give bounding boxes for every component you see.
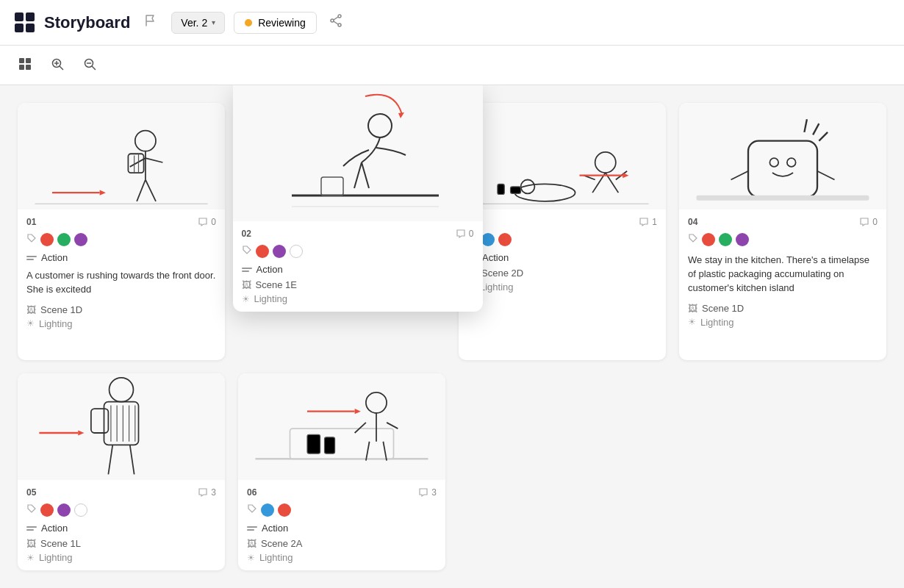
- svg-point-16: [135, 131, 156, 151]
- card-05[interactable]: 05 3 Action 🖼: [18, 373, 225, 570]
- app-title: Storyboard: [44, 13, 130, 32]
- card-01[interactable]: 01 0 Action A customer is rushing t: [18, 103, 225, 360]
- card-04-footer: 04 0 We stay in the kitchen. There's a t…: [679, 209, 886, 335]
- card-06[interactable]: 06 3 Action 🖼 Scene 2A: [238, 373, 445, 570]
- card-06-footer: 06 3 Action 🖼 Scene 2A: [238, 480, 445, 570]
- card-04-comments: 0: [859, 217, 878, 227]
- svg-marker-38: [623, 173, 628, 178]
- card-05-num: 05: [26, 487, 36, 498]
- card-03-lighting: Lighting: [480, 282, 514, 293]
- row2-col4-empty: [679, 373, 886, 570]
- card-01-action: Action: [41, 252, 68, 263]
- card-03-tags: [467, 233, 657, 246]
- toolbar: [0, 46, 904, 85]
- card-01-lighting-row: ☀ Lighting: [26, 318, 216, 329]
- svg-line-3: [334, 17, 338, 20]
- svg-point-42: [787, 158, 796, 167]
- card-02-footer: 02 0 Action 🖼 Scene 1E ☀: [233, 221, 483, 312]
- card-02-lighting-row: ☀ Lighting: [242, 293, 474, 304]
- card-04-scene-row: 🖼 Scene 1D: [688, 303, 878, 314]
- card-01-comments: 0: [198, 217, 216, 227]
- svg-point-41: [770, 158, 778, 167]
- card-05-action-row: Action: [26, 523, 216, 534]
- svg-line-20: [137, 180, 146, 201]
- card-03-lighting-row: ☀ Lighting: [467, 282, 657, 293]
- card-01-tags: [26, 233, 216, 246]
- share-button[interactable]: [329, 13, 343, 32]
- card-02-action-row: Action: [242, 264, 474, 275]
- svg-point-28: [595, 152, 616, 173]
- card-05-tags: [26, 503, 216, 517]
- main-content: 01 0 Action A customer is rushing t: [0, 85, 904, 588]
- card-01-footer: 01 0 Action A customer is rushing t: [18, 209, 225, 337]
- svg-line-74: [387, 423, 398, 429]
- card-02-scene: Scene 1E: [256, 279, 297, 290]
- svg-line-64: [108, 445, 112, 475]
- svg-line-14: [93, 66, 96, 69]
- card-04-tags: [688, 233, 878, 246]
- card-05-scene: Scene 1L: [40, 538, 81, 549]
- version-chevron: ▾: [212, 18, 215, 26]
- card-06-scene: Scene 2A: [261, 538, 302, 549]
- card-02-lighting: Lighting: [254, 293, 288, 304]
- card-03-action: Action: [482, 252, 509, 263]
- svg-line-46: [804, 120, 807, 133]
- svg-marker-26: [100, 190, 106, 196]
- card-05-comments: 3: [198, 487, 216, 498]
- card-02-num: 02: [242, 229, 251, 239]
- svg-rect-6: [26, 58, 31, 63]
- svg-rect-7: [19, 65, 24, 70]
- card-04-lighting-row: ☀ Lighting: [688, 317, 878, 328]
- card-03-comments: 1: [639, 217, 657, 227]
- card-04-image: [679, 103, 886, 209]
- card-03-action-row: Action: [467, 252, 657, 263]
- card-01-scene: Scene 1D: [40, 304, 82, 315]
- card-01-lighting: Lighting: [39, 318, 73, 329]
- card-05-action: Action: [41, 523, 68, 534]
- card-05-lighting-row: ☀ Lighting: [26, 552, 216, 563]
- svg-line-44: [817, 171, 835, 180]
- svg-marker-67: [78, 431, 84, 436]
- version-label: Ver. 2: [181, 17, 207, 29]
- card-06-image: [238, 373, 445, 480]
- version-button[interactable]: Ver. 2 ▾: [171, 12, 225, 34]
- card-06-comments: 3: [418, 487, 437, 498]
- svg-line-10: [60, 66, 63, 69]
- card-06-scene-row: 🖼 Scene 2A: [247, 538, 437, 549]
- card-02-image: [233, 85, 483, 221]
- svg-point-50: [368, 114, 392, 137]
- zoom-out-button[interactable]: [76, 52, 103, 79]
- row-2: 05 3 Action 🖼: [18, 373, 886, 570]
- card-05-scene-row: 🖼 Scene 1L: [26, 538, 216, 549]
- svg-marker-49: [398, 112, 404, 118]
- svg-line-65: [130, 445, 134, 475]
- svg-marker-80: [355, 409, 361, 414]
- flag-button[interactable]: [139, 9, 162, 36]
- status-label: Reviewing: [258, 17, 306, 29]
- grid-view-button[interactable]: [12, 52, 38, 79]
- svg-rect-8: [26, 65, 31, 70]
- card-04-description: We stay in the kitchen. There's a timela…: [688, 252, 878, 297]
- card-02-expanded[interactable]: 02 0 Action 🖼 Scene 1E ☀: [233, 85, 483, 312]
- card-05-lighting: Lighting: [39, 552, 73, 563]
- card-03[interactable]: 03 1 Action 🖼 Scene 2D: [459, 103, 666, 360]
- svg-rect-35: [511, 187, 521, 193]
- row2-col3-empty: [459, 373, 666, 570]
- svg-line-47: [813, 123, 819, 135]
- card-05-image: [18, 373, 225, 480]
- card-03-image: [459, 103, 666, 209]
- svg-rect-78: [325, 437, 335, 453]
- status-button[interactable]: Reviewing: [234, 12, 317, 34]
- card-01-action-row: Action: [26, 252, 216, 263]
- svg-rect-77: [307, 435, 320, 454]
- card-04[interactable]: 04 0 We stay in the kitchen. There's a t…: [679, 103, 886, 360]
- svg-line-19: [146, 158, 163, 162]
- card-06-action: Action: [262, 523, 288, 534]
- svg-point-71: [366, 392, 387, 413]
- svg-rect-5: [19, 58, 24, 63]
- card-03-footer: 03 1 Action 🖼 Scene 2D: [459, 209, 666, 300]
- zoom-in-button[interactable]: [44, 52, 71, 79]
- status-dot: [245, 19, 252, 26]
- svg-rect-63: [91, 409, 109, 433]
- card-06-num: 06: [247, 487, 257, 498]
